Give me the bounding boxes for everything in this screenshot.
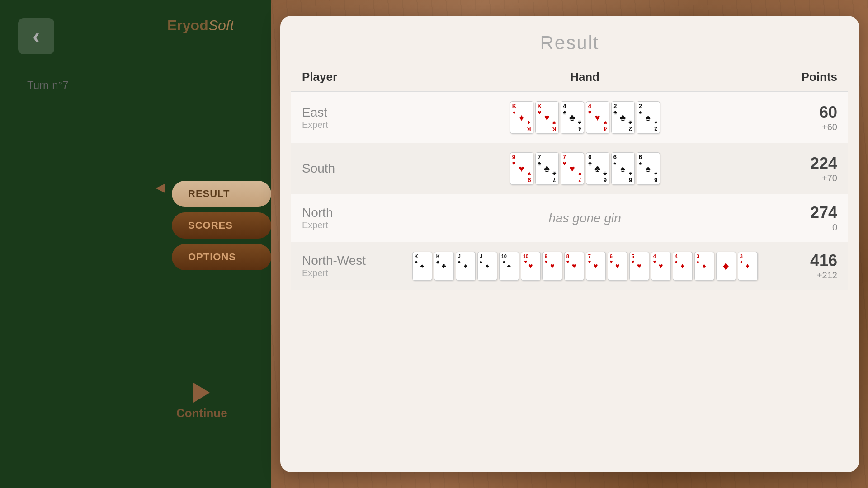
card-suit: ♣ [441, 262, 446, 270]
card: K♥ ♥ K♥ [535, 101, 559, 134]
menu-buttons: RESULT SCORES OPTIONS [172, 181, 271, 270]
player-level-north: Expert [302, 220, 373, 230]
card-label: J♠ [458, 253, 461, 264]
card-suit: ♥ [594, 262, 598, 270]
card-suit: ♠ [507, 262, 511, 270]
col-points: Points [785, 63, 848, 92]
continue-area[interactable]: Continue [176, 383, 227, 420]
card: 8♥ ♥ [564, 252, 584, 281]
card-label-bottom: 7♥ [578, 170, 582, 183]
table-row: North-West Expert K♠ ♠ K♣ ♣ [291, 242, 848, 290]
player-name-north: North [302, 206, 373, 220]
card-label: 6♠ [613, 154, 617, 167]
player-cell-south: South [291, 143, 384, 194]
result-button[interactable]: RESULT [172, 181, 271, 207]
card-label-bottom: 7♣ [552, 170, 557, 183]
back-button[interactable]: ‹ [18, 18, 54, 54]
points-main-north: 274 [796, 203, 837, 222]
card: 6♣ ♣ 6♣ [586, 152, 609, 185]
card-suit: ♦ [746, 262, 750, 270]
card-label: 10♥ [523, 253, 528, 264]
points-delta-northwest: +212 [796, 270, 837, 281]
card-label: J♠ [480, 253, 482, 264]
hand-cell-north: has gone gin [384, 194, 785, 242]
card-label: 6♥ [610, 253, 613, 264]
table-row: East Expert K♦ ♦ K♦ K♥ ♥ [291, 92, 848, 143]
card-suit: ♠ [646, 164, 651, 174]
card: 3♦ ♦ [738, 252, 758, 281]
card-suit: ♦ [519, 113, 524, 123]
card: 4♥ ♥ 4♥ [586, 101, 609, 134]
card-label: 2♠ [639, 103, 642, 116]
card: 5♥ ♥ [629, 252, 649, 281]
card-label: 8♥ [566, 253, 570, 264]
player-name-east: East [302, 105, 373, 120]
card-suit: ♥ [528, 262, 533, 270]
card: K♣ ♣ [434, 252, 454, 281]
card-suit: ♥ [550, 262, 555, 270]
points-cell-north: 274 0 [785, 194, 848, 242]
card: 7♥ ♥ [586, 252, 606, 281]
card-label: 9♥ [512, 154, 516, 167]
card-label: K♦ [512, 103, 516, 116]
hand-cell-northwest: K♠ ♠ K♣ ♣ J♠ ♠ [384, 242, 785, 290]
player-level-east: Expert [302, 120, 373, 130]
logo-eryo: Eryod [167, 17, 208, 33]
card-label: 4♣ [563, 103, 567, 116]
card-label: 9♥ [545, 253, 548, 264]
card: ♦ [716, 252, 736, 281]
points-main-south: 224 [796, 154, 837, 173]
logo-soft: Soft [208, 17, 234, 33]
nav-arrow-left[interactable]: ◄ [149, 176, 172, 199]
points-delta-east: +60 [796, 122, 837, 132]
card: J♠ ♠ [456, 252, 476, 281]
result-panel: Result Player Hand Points East Expert [280, 16, 859, 472]
player-name-northwest: North-West [302, 253, 373, 268]
card-label: K♠ [415, 253, 418, 264]
continue-label: Continue [176, 406, 227, 420]
hand-cell-east: K♦ ♦ K♦ K♥ ♥ K♥ 4♣ ♣ [384, 92, 785, 143]
card: 7♣ ♣ 7♣ [535, 152, 559, 185]
player-level-northwest: Expert [302, 268, 373, 278]
card-label-bottom: 4♥ [604, 119, 607, 132]
player-cell-northwest: North-West Expert [291, 242, 384, 290]
cards-east: K♦ ♦ K♦ K♥ ♥ K♥ 4♣ ♣ [395, 101, 774, 134]
col-hand: Hand [384, 63, 785, 92]
card: 3♦ ♦ [694, 252, 714, 281]
card-suit: ♥ [595, 113, 600, 123]
points-main-east: 60 [796, 103, 837, 122]
play-icon [193, 383, 210, 403]
card-suit: ♥ [572, 262, 576, 270]
card-suit: ♥ [615, 262, 620, 270]
card-suit: ♠ [463, 262, 467, 270]
card-label: 7♥ [588, 253, 591, 264]
card-label-bottom: 6♣ [603, 170, 607, 183]
card-label: 2♣ [613, 103, 618, 116]
points-delta-south: +70 [796, 173, 837, 183]
options-button[interactable]: OPTIONS [172, 244, 271, 270]
table-row: North Expert has gone gin 274 0 [291, 194, 848, 242]
points-cell-south: 224 +70 [785, 143, 848, 194]
card: 9♥ ♥ [542, 252, 562, 281]
card-suit: ♣ [569, 113, 575, 123]
card: 4♦ ♦ [673, 252, 693, 281]
card-suit: ♣ [594, 164, 600, 174]
card-label: 4♥ [653, 253, 656, 264]
card: K♦ ♦ K♦ [510, 101, 533, 134]
card-suit: ♦ [722, 259, 729, 273]
card: 2♣ ♣ 2♣ [611, 101, 635, 134]
scores-button[interactable]: SCORES [172, 212, 271, 239]
card: 10♠ ♠ [499, 252, 519, 281]
card-label: 4♥ [588, 103, 592, 116]
card-label-bottom: 4♣ [578, 119, 582, 132]
card-suit: ♦ [681, 262, 684, 270]
result-table: Player Hand Points East Expert K♦ ♦ [291, 63, 848, 290]
player-name-south: South [302, 161, 373, 176]
card-suit: ♥ [659, 262, 663, 270]
card: 2♠ ♠ 2♠ [637, 101, 660, 134]
card-label-bottom: K♦ [527, 119, 531, 132]
player-cell-east: East Expert [291, 92, 384, 143]
col-player: Player [291, 63, 384, 92]
card-label: 3♦ [740, 253, 743, 264]
card: J♠ ♠ [477, 252, 497, 281]
